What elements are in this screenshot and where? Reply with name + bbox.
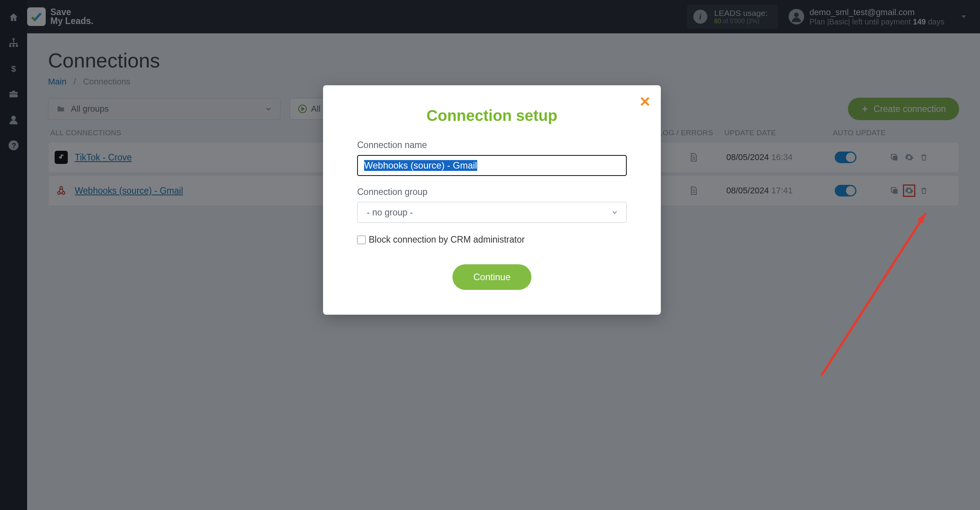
continue-button[interactable]: Continue (452, 264, 531, 290)
close-icon[interactable]: ✕ (639, 94, 651, 110)
chevron-down-icon (611, 208, 619, 216)
modal-title: Connection setup (357, 107, 627, 124)
connection-group-label: Connection group (357, 187, 627, 197)
block-connection-checkbox[interactable] (357, 236, 366, 244)
connection-name-input[interactable] (357, 155, 627, 176)
connection-setup-modal: ✕ Connection setup Connection name Conne… (323, 85, 661, 315)
block-connection-label: Block connection by CRM administrator (369, 234, 525, 245)
connection-group-select[interactable]: - no group - (357, 202, 627, 223)
connection-name-label: Connection name (357, 140, 627, 150)
